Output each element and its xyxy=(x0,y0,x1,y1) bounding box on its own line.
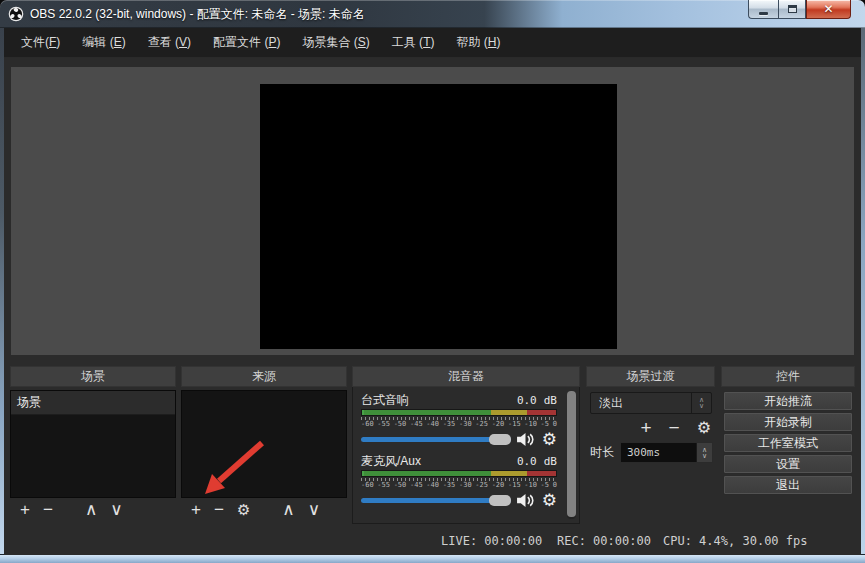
mixer-body: 台式音响 0.0 dB -60-55-50-45-40-35-30-25-20-… xyxy=(352,387,580,524)
menu-tools[interactable]: 工具 (T) xyxy=(381,29,446,56)
preview-canvas[interactable] xyxy=(260,84,617,349)
add-source-button[interactable]: + xyxy=(191,501,201,518)
duration-spin-buttons[interactable]: ∧ ∨ xyxy=(696,443,712,462)
transition-select-arrows[interactable]: ∧ ∨ xyxy=(691,393,711,413)
transitions-dock-header[interactable]: 场景过渡 xyxy=(586,366,715,387)
remove-source-button[interactable]: − xyxy=(214,501,224,518)
menu-help[interactable]: 帮助 (H) xyxy=(445,29,511,56)
add-transition-button[interactable]: + xyxy=(640,418,651,437)
volume-slider-handle[interactable] xyxy=(489,434,511,445)
transition-select[interactable]: 淡出 ∧ ∨ xyxy=(590,392,712,414)
transition-properties-gear-icon[interactable]: ⚙ xyxy=(697,420,711,436)
cpu-fps: CPU: 4.4%, 30.00 fps xyxy=(663,534,808,548)
sources-title: 来源 xyxy=(252,368,276,385)
add-scene-button[interactable]: + xyxy=(20,501,30,518)
obs-window: OBS 22.0.2 (32-bit, windows) - 配置文件: 未命名… xyxy=(0,0,865,563)
window-controls: ✕ xyxy=(748,0,851,19)
status-bar: LIVE: 00:00:00 REC: 00:00:00 CPU: 4.4%, … xyxy=(4,528,861,555)
menu-scene-collection[interactable]: 场景集合 (S) xyxy=(291,29,380,56)
controls-title: 控件 xyxy=(776,368,800,385)
volume-slider[interactable] xyxy=(361,493,511,508)
window-border-right xyxy=(861,26,865,563)
preview-zone xyxy=(4,58,861,363)
channel-gear-icon[interactable]: ⚙ xyxy=(542,493,557,508)
start-streaming-button[interactable]: 开始推流 xyxy=(723,391,853,411)
mixer-panel: 混音器 台式音响 0.0 dB -60-55-50-45-40-35-30-25… xyxy=(352,366,580,524)
minimize-button[interactable] xyxy=(748,0,778,19)
sources-toolbar: + − ⚙ ∧ ∨ xyxy=(183,496,347,522)
scenes-panel: 场景 场景 + − ∧ ∨ xyxy=(10,366,176,524)
live-time: LIVE: 00:00:00 xyxy=(441,534,542,548)
transition-selected-value: 淡出 xyxy=(591,395,691,412)
channel-name: 台式音响 xyxy=(361,392,517,409)
transitions-title: 场景过渡 xyxy=(627,368,675,385)
meter-scale: -60-55-50-45-40-35-30-25-20-15-10-50 xyxy=(361,481,557,489)
transitions-toolbar: + − ⚙ xyxy=(640,418,711,437)
mixer-dock-header[interactable]: 混音器 xyxy=(352,366,580,387)
mixer-channel-desktop-audio: 台式音响 0.0 dB -60-55-50-45-40-35-30-25-20-… xyxy=(361,392,557,447)
maximize-button[interactable] xyxy=(778,0,806,19)
channel-gear-icon[interactable]: ⚙ xyxy=(542,432,557,447)
volume-meter xyxy=(361,470,557,477)
transitions-panel: 场景过渡 淡出 ∧ ∨ + − ⚙ 时长 300ms ∧ xyxy=(586,366,715,524)
channel-level: 0.0 xyxy=(517,455,537,468)
scenes-list: 场景 xyxy=(10,390,176,498)
mixer-title: 混音器 xyxy=(448,368,484,385)
rec-time: REC: 00:00:00 xyxy=(557,534,651,548)
settings-button[interactable]: 设置 xyxy=(723,454,853,474)
studio-mode-button[interactable]: 工作室模式 xyxy=(723,433,853,453)
meter-scale: -60-55-50-45-40-35-30-25-20-15-10-50 xyxy=(361,420,557,428)
channel-level: 0.0 xyxy=(517,394,537,407)
volume-slider[interactable] xyxy=(361,432,511,447)
sources-panel: 来源 + − ⚙ ∧ ∨ xyxy=(181,366,347,524)
source-properties-gear-icon[interactable]: ⚙ xyxy=(237,502,250,517)
menu-profile[interactable]: 配置文件 (P) xyxy=(202,29,291,56)
mixer-scrollbar[interactable] xyxy=(567,391,576,519)
window-border-bottom xyxy=(0,555,865,563)
close-icon: ✕ xyxy=(823,3,833,15)
scene-down-button[interactable]: ∨ xyxy=(110,501,122,518)
source-up-button[interactable]: ∧ xyxy=(282,501,294,518)
start-recording-button[interactable]: 开始录制 xyxy=(723,412,853,432)
close-button[interactable]: ✕ xyxy=(806,0,851,19)
channel-level-unit: dB xyxy=(544,394,557,407)
window-title: OBS 22.0.2 (32-bit, windows) - 配置文件: 未命名… xyxy=(30,6,365,23)
speaker-icon[interactable] xyxy=(516,493,535,508)
minimize-icon xyxy=(759,12,768,15)
title-bar[interactable]: OBS 22.0.2 (32-bit, windows) - 配置文件: 未命名… xyxy=(0,0,865,28)
controls-panel: 控件 开始推流 开始录制 工作室模式 设置 退出 xyxy=(721,366,855,524)
preview-background xyxy=(11,67,854,355)
menu-view[interactable]: 查看 (V) xyxy=(137,29,202,56)
transition-duration-row: 时长 300ms ∧ ∨ xyxy=(590,442,713,463)
channel-level-unit: dB xyxy=(544,455,557,468)
mixer-channel-mic-aux: 麦克风/Aux 0.0 dB -60-55-50-45-40-35-30-25-… xyxy=(361,453,557,508)
remove-transition-button[interactable]: − xyxy=(669,418,680,437)
menu-file[interactable]: 文件(F) xyxy=(10,29,71,56)
scenes-title: 场景 xyxy=(81,368,105,385)
chevron-down-icon: ∨ xyxy=(702,453,707,459)
duration-spinbox[interactable]: 300ms ∧ ∨ xyxy=(620,442,713,463)
duration-label: 时长 xyxy=(590,444,614,461)
scene-list-item[interactable]: 场景 xyxy=(11,391,175,415)
exit-button[interactable]: 退出 xyxy=(723,475,853,495)
chevron-down-icon: ∨ xyxy=(699,403,704,409)
remove-scene-button[interactable]: − xyxy=(43,501,53,518)
volume-slider-handle[interactable] xyxy=(489,495,511,506)
volume-meter xyxy=(361,409,557,416)
dock-row: 场景 场景 + − ∧ ∨ 来源 + − ⚙ xyxy=(4,362,861,528)
controls-dock-header[interactable]: 控件 xyxy=(721,366,855,387)
scenes-toolbar: + − ∧ ∨ xyxy=(12,496,176,522)
sources-list xyxy=(181,390,347,498)
source-down-button[interactable]: ∨ xyxy=(308,501,320,518)
menu-bar: 文件(F) 编辑 (E) 查看 (V) 配置文件 (P) 场景集合 (S) 工具… xyxy=(4,28,861,58)
channel-name: 麦克风/Aux xyxy=(361,453,517,470)
obs-logo-icon xyxy=(8,6,24,22)
scenes-dock-header[interactable]: 场景 xyxy=(10,366,176,387)
maximize-icon xyxy=(788,5,797,13)
scene-up-button[interactable]: ∧ xyxy=(85,501,97,518)
menu-edit[interactable]: 编辑 (E) xyxy=(71,29,136,56)
duration-value[interactable]: 300ms xyxy=(621,443,696,462)
mixer-scrollbar-thumb[interactable] xyxy=(567,391,576,517)
sources-dock-header[interactable]: 来源 xyxy=(181,366,347,387)
speaker-icon[interactable] xyxy=(516,432,535,447)
